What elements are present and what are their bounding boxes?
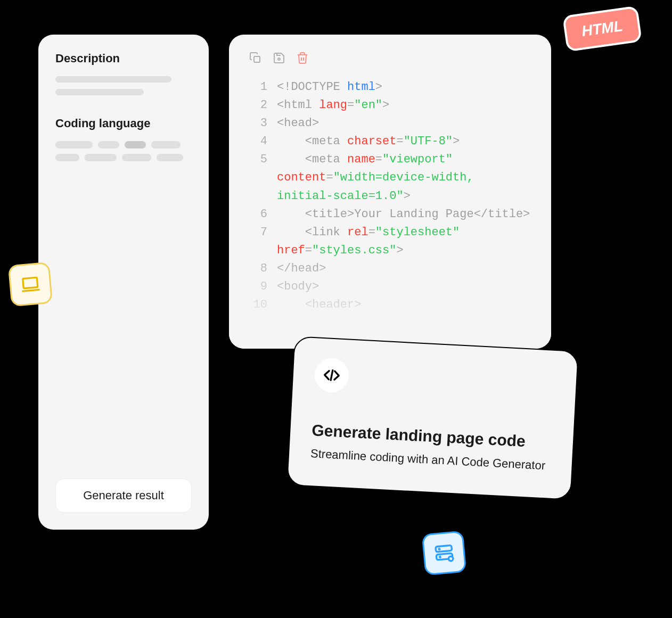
language-chip[interactable] (55, 154, 79, 161)
code-line: 3 <head> (248, 114, 532, 133)
description-heading: Description (55, 52, 192, 65)
code-line: 1 <!DOCTYPE html> (248, 78, 532, 96)
save-button[interactable] (272, 51, 286, 65)
code-line: 8 </head> (248, 260, 532, 278)
line-number: 1 (248, 78, 267, 96)
code-line: 4 <meta charset="UTF-8"> (248, 133, 532, 151)
language-chip[interactable] (85, 154, 117, 161)
language-chip[interactable] (98, 141, 119, 149)
copy-icon (249, 52, 262, 64)
laptop-icon (19, 273, 42, 295)
line-number: 5 (248, 151, 267, 205)
line-number: 3 (248, 114, 267, 133)
svg-point-8 (439, 556, 440, 557)
svg-point-3 (278, 58, 280, 60)
server-gear-icon (432, 541, 455, 564)
line-number: 4 (248, 133, 267, 151)
code-brackets-icon (323, 366, 341, 384)
svg-rect-0 (23, 277, 38, 289)
svg-rect-5 (436, 545, 452, 552)
laptop-badge (8, 262, 53, 307)
line-number: 6 (248, 205, 267, 224)
code-line: 7 <link rel="stylesheet" href="styles.cs… (248, 224, 532, 260)
copy-button[interactable] (248, 51, 263, 65)
language-chip[interactable] (151, 141, 181, 149)
svg-rect-2 (254, 56, 260, 62)
save-icon (273, 52, 285, 64)
code-block: 1 <!DOCTYPE html> 2 <html lang="en"> 3 <… (248, 78, 532, 314)
line-number: 7 (248, 224, 267, 260)
card-icon-circle (314, 357, 349, 393)
placeholder-line (55, 76, 171, 83)
language-chip[interactable] (157, 154, 183, 161)
html-badge: HTML (562, 5, 642, 52)
language-chip[interactable] (122, 154, 151, 161)
code-line: 10 <header> (248, 296, 532, 314)
line-number: 8 (248, 260, 267, 278)
line-number: 2 (248, 96, 267, 114)
code-line: 2 <html lang="en"> (248, 96, 532, 114)
code-line: 6 <title>Your Landing Page</title> (248, 205, 532, 224)
delete-button[interactable] (295, 51, 310, 65)
coding-language-heading: Coding language (55, 117, 192, 130)
language-chip-active[interactable] (125, 141, 146, 149)
placeholder-line (55, 89, 144, 95)
language-chip[interactable] (55, 141, 93, 149)
line-number: 9 (248, 278, 267, 296)
trash-icon (296, 52, 309, 64)
code-toolbar (248, 51, 532, 65)
svg-line-1 (22, 290, 39, 291)
language-chip-row (55, 141, 192, 161)
server-badge (422, 531, 467, 576)
svg-line-4 (331, 370, 333, 381)
result-card[interactable]: Generate landing page code Streamline co… (286, 336, 579, 500)
code-line: 5 <meta name="viewport" content="width=d… (248, 151, 532, 205)
code-line: 9 <body> (248, 278, 532, 296)
generate-result-button[interactable]: Generate result (55, 479, 192, 513)
input-panel: Description Coding language Generate res… (38, 35, 209, 530)
code-output-panel: 1 <!DOCTYPE html> 2 <html lang="en"> 3 <… (229, 35, 551, 349)
line-number: 10 (248, 296, 267, 314)
svg-point-7 (439, 549, 440, 550)
